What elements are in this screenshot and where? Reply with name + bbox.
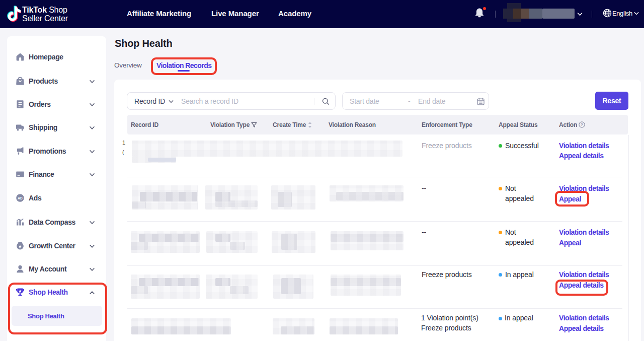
svg-text:?: ? bbox=[581, 122, 583, 127]
svg-text:AD: AD bbox=[18, 196, 23, 199]
